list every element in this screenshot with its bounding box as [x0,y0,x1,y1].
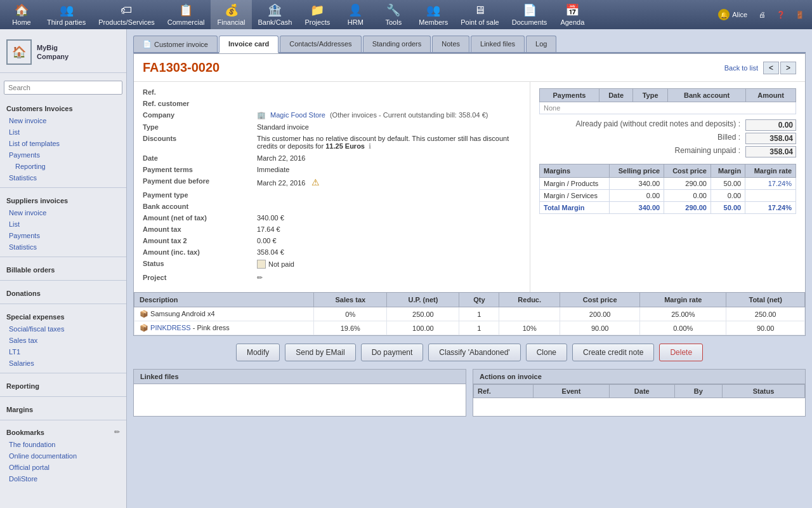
nav-point-of-sale[interactable]: 🖥 Point of sale [454,0,506,29]
sidebar-item-payments[interactable]: Payments [0,149,126,161]
sidebar-item-list[interactable]: List [0,126,126,138]
field-discounts: Discounts This customer has no relative … [143,135,521,150]
li2-code-link[interactable]: PINKDRESS [150,324,191,331]
do-payment-button[interactable]: Do payment [361,344,424,361]
commercial-icon: 📋 [179,3,193,17]
li-col-up-net: U.P. (net) [387,293,459,307]
project-edit-icon[interactable]: ✏ [257,274,263,281]
billed-value: 358.04 [745,133,796,144]
tab-invoice-card[interactable]: Invoice card [219,36,278,53]
field-date-value: March 22, 2016 [257,154,521,162]
user-label: 🔔 Alice [713,9,752,20]
field-company-value: 🏢 Magic Food Store (Other invoices - Cur… [257,111,521,119]
back-to-list-link[interactable]: Back to list [724,64,758,72]
field-payment-type: Payment type [143,191,521,199]
payments-totals: Already paid (without credit notes and d… [539,119,796,157]
bookmark-portal[interactable]: Official portal [0,462,126,473]
bookmark-dolistore[interactable]: DoliStore [0,473,126,485]
sidebar-item-sales-tax[interactable]: Sales tax [0,335,126,346]
tools-icon: 🔧 [386,3,400,17]
tab-linked-files[interactable]: Linked files [471,36,525,52]
li1-reduc [499,307,560,321]
nav-financial[interactable]: 💰 Financial [211,0,251,29]
nav-products-services[interactable]: 🏷 Products/Services [92,0,161,29]
products-icon: 🏷 [121,4,132,17]
total-margin-label: Total Margin [540,202,610,214]
clone-button[interactable]: Clone [526,344,567,361]
classify-abandoned-button[interactable]: Classify 'Abandoned' [428,344,520,361]
sidebar-item-social-taxes[interactable]: Social/fiscal taxes [0,323,126,335]
company-note: (Other invoices - Current outstanding bi… [330,111,488,119]
company-link[interactable]: Magic Food Store [270,111,325,119]
already-paid-value: 0.00 [745,119,796,131]
sidebar-item-statistics[interactable]: Statistics [0,172,126,184]
help-button[interactable]: ❓ [771,11,790,19]
nav-projects[interactable]: 📁 Projects [298,0,336,29]
nav-commercial[interactable]: 📋 Commercial [161,0,211,29]
next-invoice-button[interactable]: > [780,62,796,74]
nav-hrm[interactable]: 👤 HRM [336,0,374,29]
delete-button[interactable]: Delete [659,344,703,361]
search-container [0,78,126,100]
sidebar-item-supplier-statistics[interactable]: Statistics [0,241,126,253]
prev-invoice-button[interactable]: < [763,62,779,74]
sidebar-item-supplier-payments[interactable]: Payments [0,230,126,241]
margins-col-margin: Margin [710,164,745,178]
payments-col-type: Type [633,89,668,102]
sidebar-item-new-invoice[interactable]: New invoice [0,115,126,126]
li1-sales-tax: 0% [314,307,387,321]
margin-products-label: Margin / Products [540,178,610,190]
field-payment-terms-value: Immediate [257,166,521,173]
li2-up-net: 100.00 [387,321,459,335]
nav-bank-cash[interactable]: 🏦 Bank/Cash [252,0,299,29]
search-input[interactable] [4,81,122,95]
tab-log[interactable]: Log [526,36,556,52]
li1-margin-rate: 25.00% [640,307,726,321]
tab-standing-orders[interactable]: Standing orders [363,36,431,52]
li1-description: 📦 Samsung Android x4 [134,307,314,321]
logout-button[interactable]: 🚪 [790,11,809,19]
field-discounts-value: This customer has no relative discount b… [257,135,521,150]
user-avatar: 🔔 [718,9,730,20]
nav-members[interactable]: 👥 Members [412,0,454,29]
tab-contacts-addresses[interactable]: Contacts/Addresses [280,36,361,52]
sidebar-item-supplier-list[interactable]: List [0,218,126,230]
customers-invoices-title: Customers Invoices [0,100,126,115]
main-content: 📄 Customer invoice Invoice card Contacts… [127,29,812,508]
field-bank-account: Bank account [143,203,521,210]
field-project-value: ✏ [257,274,521,282]
send-email-button[interactable]: Send by EMail [285,344,355,361]
field-project: Project ✏ [143,274,521,282]
nav-agenda[interactable]: 📅 Agenda [553,0,591,29]
nav-third-parties[interactable]: 👥 Third parties [41,0,92,29]
field-status-value: Not paid [257,260,521,270]
invoice-fields: Ref. Ref. customer Company 🏢 Magic Food … [134,82,530,292]
bookmark-docs[interactable]: Online documentation [0,450,126,462]
margins-title: Margins [0,401,126,416]
help-icon: ❓ [776,11,785,19]
linked-files-title: Linked files [134,370,466,384]
modify-button[interactable]: Modify [236,344,280,361]
pos-icon: 🖥 [474,4,485,17]
sidebar-item-supplier-new[interactable]: New invoice [0,207,126,218]
sidebar-item-salaries[interactable]: Salaries [0,358,126,369]
bookmarks-edit[interactable]: ✏ [114,428,120,436]
bookmark-foundation[interactable]: The foundation [0,439,126,450]
nav-tools[interactable]: 🔧 Tools [374,0,412,29]
create-credit-note-button[interactable]: Create credit note [572,344,654,361]
nav-documents[interactable]: 📄 Documents [506,0,554,29]
remaining-unpaid-value: 358.04 [745,146,796,157]
suppliers-invoices-section: Suppliers invoices New invoice List Paym… [0,192,126,253]
billed-row: Billed : 358.04 [539,133,796,144]
print-button[interactable]: 🖨 [752,11,771,18]
sidebar-item-lt1[interactable]: LT1 [0,346,126,358]
tab-notes[interactable]: Notes [432,36,469,52]
sidebar-item-list-templates[interactable]: List of templates [0,138,126,149]
margins-col-rate: Margin rate [745,164,796,178]
nav-home[interactable]: 🏠 Home [3,0,41,29]
sidebar-item-reporting[interactable]: Reporting [0,161,126,172]
li2-qty: 1 [459,321,499,335]
tab-customer-invoice[interactable]: 📄 Customer invoice [133,36,218,52]
field-amount-net: Amount (net of tax) 340.00 € [143,214,521,222]
top-navigation: 🏠 Home 👥 Third parties 🏷 Products/Servic… [0,0,812,29]
